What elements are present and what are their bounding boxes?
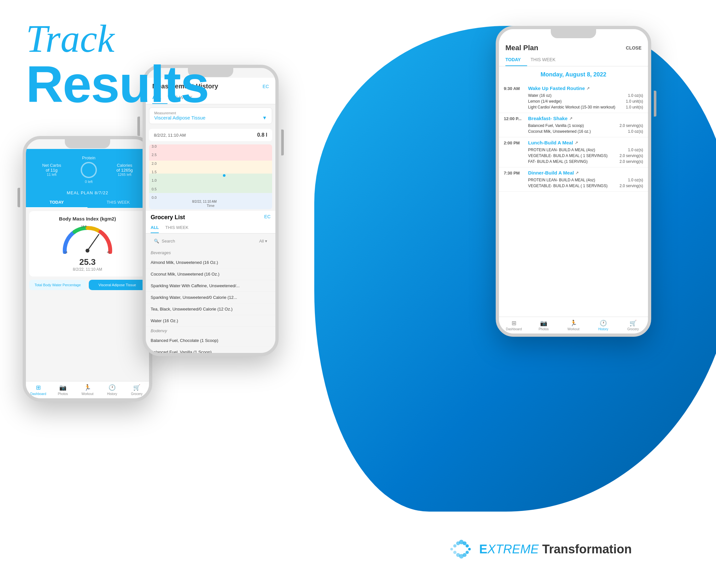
grocery-tab-week[interactable]: THIS WEEK: [165, 223, 188, 233]
meals-scroll: 9:30 AM Wake Up Fasted Routine ↗ Water (…: [499, 83, 648, 317]
close-button[interactable]: CLOSE: [626, 45, 641, 50]
svg-text:14: 14: [64, 251, 67, 254]
breakfast-time: 12:00 P...: [504, 115, 525, 134]
nav-workout-label: Workout: [81, 392, 93, 396]
wake-up-item-3-name: Light Cardio/ Aerobic Workout (15-30 min…: [528, 105, 626, 109]
meal-tab-today[interactable]: TODAY: [506, 54, 527, 66]
power-button-3: [654, 91, 656, 117]
tab-today[interactable]: TODAY: [26, 197, 87, 208]
reading-date: 8/2/22, 11:10 AM: [154, 133, 186, 138]
calories-stat: Calories of 1265g 1265 left: [116, 163, 133, 176]
nav-grocery[interactable]: 🛒 Grocery: [124, 384, 149, 396]
reading-value: 0.8 l: [257, 132, 267, 138]
protein-label: Protein: [81, 155, 97, 160]
et-e-letter: E: [479, 542, 487, 556]
chart-zone-red: [149, 144, 272, 161]
wake-up-link-icon: ↗: [587, 86, 590, 91]
wake-up-content: Wake Up Fasted Routine ↗ Water (16 oz) 1…: [528, 85, 643, 110]
grocery-tab-all[interactable]: ALL: [151, 223, 159, 233]
stats-row: Net Carbs of 11g 11 left Protein 0 left …: [33, 155, 143, 184]
lunch-item-3-qty: 2.0 serving(s): [619, 159, 643, 164]
power-button-2: [281, 129, 284, 155]
svg-point-6: [453, 544, 456, 548]
search-icon: 🔍: [154, 239, 159, 244]
volume-button: [18, 188, 20, 207]
nav3-grocery-icon: 🛒: [630, 320, 637, 327]
chart-x-label: Time: [207, 204, 214, 208]
nav3-history-label: History: [598, 327, 608, 331]
y-label-2: 2.0: [151, 162, 157, 165]
y-label-0: 0.0: [151, 195, 157, 200]
history-icon: 🕐: [108, 384, 116, 391]
y-label-15: 1.5: [151, 170, 157, 174]
nav3-workout[interactable]: 🏃 Workout: [558, 320, 588, 331]
nav3-grocery[interactable]: 🛒 Grocery: [618, 320, 648, 331]
nav3-workout-label: Workout: [567, 327, 579, 331]
breakfast-item-1: Balanced Fuel, Vanilla (1 scoop) 2.0 ser…: [528, 123, 643, 129]
y-label-25: 2.5: [151, 153, 157, 157]
net-carbs-value: of 11g: [42, 168, 61, 173]
wake-up-title: Wake Up Fasted Routine ↗: [528, 85, 643, 91]
wake-up-item-3: Light Cardio/ Aerobic Workout (15-30 min…: [528, 104, 643, 110]
tab-this-week[interactable]: THIS WEEK: [87, 197, 149, 208]
nav3-dashboard-icon: ⊞: [512, 320, 516, 327]
nav3-photos[interactable]: 📷 Photos: [529, 320, 558, 331]
total-body-card: Total Body Water Percentage: [29, 280, 86, 290]
net-carbs-stat: Net Carbs of 11g 11 left: [42, 163, 61, 176]
lunch-time: 2:00 PM: [504, 140, 525, 165]
svg-text:45: 45: [107, 251, 110, 254]
lunch-content: Lunch-Build A Meal ↗ PROTEIN LEAN- BUILD…: [528, 140, 643, 165]
meal-plan-tabs: TODAY THIS WEEK: [499, 54, 648, 66]
grocery-item-sparkling-caffeine: Sparkling Water With Caffeine, Unsweeten…: [146, 280, 275, 292]
grocery-title: Grocery List: [151, 214, 185, 221]
grocery-search[interactable]: 🔍 Search All ▾: [149, 236, 272, 246]
bmi-section: Body Mass Index (kgm2) 14 18.5: [29, 211, 146, 276]
measurement-chart: 3.0 2.5 2.0 1.5 1.0 0.5 0.0 8/2/22, 11:1…: [149, 144, 272, 209]
nav-workout[interactable]: 🏃 Workout: [75, 384, 100, 396]
nav-history[interactable]: 🕐 History: [100, 384, 124, 396]
lunch-title-text: Lunch-Build A Meal: [528, 140, 573, 145]
svg-point-15: [463, 553, 467, 557]
lunch-item-2-qty: 2.0 serving(s): [619, 153, 643, 158]
bottom-nav-3: ⊞ Dashboard 📷 Photos 🏃 Workout 🕐 History…: [499, 317, 648, 334]
measurement-edit[interactable]: EC: [263, 84, 269, 89]
meal-plan-bar: MEAL PLAN 8/7/22: [26, 188, 149, 197]
grocery-item-almond-milk: Almond Milk, Unsweetened (16 Oz.): [146, 257, 275, 268]
net-carbs-label: Net Carbs: [42, 163, 61, 168]
nav-dashboard-label: Dashboard: [30, 392, 46, 396]
wake-up-item-1: Water (16 oz) 1.0 oz(s): [528, 92, 643, 99]
bmi-date: 8/2/22, 11:10 AM: [34, 267, 141, 272]
dinner-time: 7:30 PM: [504, 170, 525, 189]
dinner-item-2-qty: 2.0 serving(s): [619, 184, 643, 188]
category-beverages: Beverages: [146, 249, 275, 257]
grocery-edit[interactable]: EC: [264, 214, 270, 221]
meal-lunch: 2:00 PM Lunch-Build A Meal ↗ PROTEIN LEA…: [499, 137, 648, 167]
grocery-item-vanilla-fuel: Balanced Fuel, Vanilla (1 Scoop): [146, 346, 275, 356]
phone1-content: Net Carbs of 11g 11 left Protein 0 left …: [26, 139, 149, 398]
phone-shell-1: Net Carbs of 11g 11 left Protein 0 left …: [23, 136, 152, 401]
breakfast-title: Breakfast- Shake ↗: [528, 115, 643, 121]
stats-header: Net Carbs of 11g 11 left Protein 0 left …: [26, 149, 149, 188]
et-logo-icon: [448, 536, 474, 562]
nav3-dashboard[interactable]: ⊞ Dashboard: [499, 320, 529, 331]
nav-grocery-label: Grocery: [131, 392, 143, 396]
bmi-value: 25.3: [34, 257, 141, 267]
visceral-label: Visceral Adipose Tissue: [92, 283, 143, 287]
nav3-grocery-label: Grocery: [627, 327, 639, 331]
nav3-history[interactable]: 🕐 History: [588, 320, 618, 331]
nav-photos[interactable]: 📷 Photos: [50, 384, 75, 396]
lunch-link-icon: ↗: [575, 141, 578, 145]
phone-meal-plan: Meal Plan CLOSE TODAY THIS WEEK Monday, …: [496, 26, 651, 337]
wake-up-item-1-qty: 1.0 oz(s): [628, 93, 643, 98]
nav-photos-label: Photos: [58, 392, 68, 396]
meal-tab-week[interactable]: THIS WEEK: [530, 54, 562, 66]
meal-breakfast: 12:00 P... Breakfast- Shake ↗ Balanced F…: [499, 113, 648, 137]
meal-plan-header: Meal Plan CLOSE: [499, 39, 648, 54]
dropdown-value: Visceral Adipose Tissue ▼: [154, 115, 267, 121]
breakfast-link-icon: ↗: [569, 116, 572, 121]
measurement-reading: 8/2/22, 11:10 AM 0.8 l: [149, 129, 272, 141]
wake-up-item-2: Lemon (1/4 wedge) 1.0 unit(s): [528, 99, 643, 104]
nav-dashboard[interactable]: ⊞ Dashboard: [26, 384, 50, 396]
wake-up-item-2-name: Lemon (1/4 wedge): [528, 99, 626, 104]
breakfast-item-1-name: Balanced Fuel, Vanilla (1 scoop): [528, 123, 619, 128]
